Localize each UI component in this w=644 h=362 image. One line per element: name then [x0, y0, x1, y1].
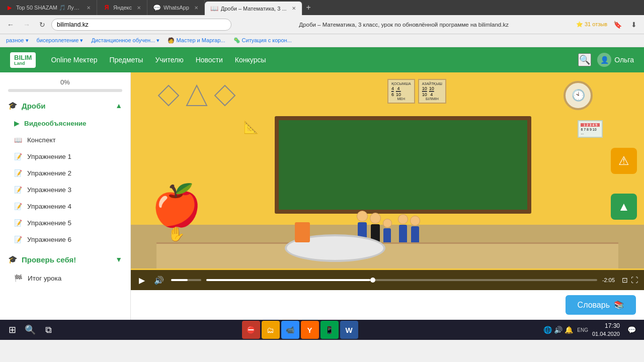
address-bar[interactable] [51, 19, 231, 31]
sidebar-item-uprazh1[interactable]: 📝 Упражнение 1 [0, 148, 130, 165]
orange-object [295, 222, 310, 242]
taskbar-word[interactable]: W [340, 321, 358, 339]
play-icon: ▶ [14, 120, 19, 127]
scroll-up-button[interactable]: ▲ [611, 194, 637, 220]
search-button[interactable]: 🔍 [578, 53, 591, 66]
bookmark-master[interactable]: 🧑 Мастер и Маргар... [166, 36, 227, 45]
sidebar-item-uprazh4[interactable]: 📝 Упражнение 4 [0, 198, 130, 215]
antivirus-icon: ⛔ [247, 326, 255, 334]
forward-button[interactable]: → [20, 19, 33, 31]
clock-time: 17:30 [592, 322, 620, 330]
svg-marker-0 [158, 85, 179, 106]
user-name: Ольга [614, 56, 634, 64]
bookmark-raznoe[interactable]: разное ▾ [4, 36, 31, 45]
tab-youtube[interactable]: ▶ Top 50 SHAZAM 🎵 Лучш... ✕ [0, 0, 97, 15]
edit-icon-5: 📝 [14, 219, 22, 227]
section-drobi-header[interactable]: 🎓 Дроби ▲ [0, 96, 130, 115]
edit-icon-3: 📝 [14, 186, 22, 194]
system-tray-extra: ENG [577, 327, 588, 333]
tab-yandex[interactable]: Я Яндекс ✕ [97, 0, 147, 15]
sidebar-item-uprazh5[interactable]: 📝 Упражнение 5 [0, 215, 130, 231]
nav-predmety[interactable]: Предметы [109, 56, 143, 64]
sidebar-item-konspekt[interactable]: 📖 Конспект [0, 132, 130, 148]
youtube-favicon: ▶ [6, 4, 13, 11]
search-taskbar-button[interactable]: 🔍 [22, 322, 38, 338]
yandex-favicon: Я [103, 4, 110, 11]
user-menu-button[interactable]: 👤 Ольга [597, 53, 634, 67]
screen-size-button[interactable]: ⊡ [622, 276, 628, 284]
video-container: ҚОСЫМША 46 410 МЕН АЗАЙТҚЫШ 1010 104 [131, 72, 644, 290]
sidebar-item-uprazh3[interactable]: 📝 Упражнение 3 [0, 182, 130, 198]
bookmark-biseropletenie[interactable]: бисероплетение ▾ [35, 36, 86, 45]
tab-whatsapp-close[interactable]: ✕ [194, 5, 198, 11]
taskbar-zoom[interactable]: 📹 [281, 321, 299, 339]
edit-icon-4: 📝 [14, 203, 22, 210]
tab-bilim-close[interactable]: ✕ [292, 6, 296, 11]
tab-whatsapp[interactable]: 💬 WhatsApp ✕ [147, 0, 205, 15]
taskbar-antivirus[interactable]: ⛔ [242, 321, 260, 339]
sidebar-item-itog[interactable]: 🏁 Итог урока [0, 269, 130, 287]
sidebar-item-uprazh5-label: Упражнение 5 [27, 219, 71, 227]
time-display[interactable]: 17:30 01.04.2020 [592, 322, 620, 337]
new-tab-button[interactable]: + [302, 0, 315, 15]
clock-date: 01.04.2020 [592, 330, 620, 337]
sidebar: 0% 🎓 Дроби ▲ ▶ Видеообъяснение 📖 Конспек… [0, 72, 131, 320]
bookmarks-bar: разное ▾ бисероплетение ▾ Дистанционное … [0, 34, 644, 47]
nav-novosti[interactable]: Новости [196, 56, 223, 64]
volume-slider[interactable] [171, 279, 201, 281]
download-button[interactable]: ⬇ [628, 19, 640, 31]
taskbar-explorer[interactable]: 🗂 [262, 321, 280, 339]
task-view-button[interactable]: ⧉ [40, 322, 56, 338]
dictionary-button[interactable]: Словарь 📚 [566, 295, 636, 315]
shapes-display [156, 83, 237, 108]
sidebar-item-uprazh6[interactable]: 📝 Упражнение 6 [0, 231, 130, 248]
tab-yandex-close[interactable]: ✕ [137, 5, 141, 11]
taskbar-meetings[interactable]: 📱 [320, 321, 339, 339]
lang-indicator: ENG [577, 327, 588, 333]
system-icons: 🌐 🔊 🔔 [543, 326, 573, 334]
sidebar-item-video[interactable]: ▶ Видеообъяснение [0, 115, 130, 132]
math-board-1: ҚОСЫМША 46 410 МЕН [387, 79, 415, 104]
video-progress-bar[interactable] [206, 279, 597, 281]
video-ctrl-right: ⊡ ⛶ [622, 276, 638, 284]
section-prover-header[interactable]: 🎓 Проверь себя! ▼ [0, 250, 130, 269]
page-title: Дроби – Математика, 3 класс, урок по обн… [234, 22, 573, 28]
bookmark-situation[interactable]: 🦠 Ситуация с корон... [231, 36, 294, 45]
windows-button[interactable]: ⊞ [4, 322, 20, 338]
nav-konkursy[interactable]: Конкурсы [235, 56, 266, 64]
sidebar-item-uprazh2[interactable]: 📝 Упражнение 2 [0, 165, 130, 182]
notification-panel-button[interactable]: 💬 [624, 322, 640, 338]
video-section: ҚОСЫМША 46 410 МЕН АЗАЙТҚЫШ 1010 104 [131, 72, 644, 320]
play-pause-button[interactable]: ▶ [137, 275, 147, 286]
taskbar-yandex[interactable]: Y [301, 321, 319, 339]
word-icon: W [346, 326, 353, 334]
edit-icon-2: 📝 [14, 169, 22, 177]
bookmark-distance[interactable]: Дистанционное обучен... ▾ [89, 36, 162, 45]
shape-triangle-outline [185, 83, 209, 108]
alert-badge[interactable]: ⚠ [611, 148, 637, 174]
video-progress-fill [206, 279, 370, 281]
nav-uchitelyu[interactable]: Учителю [155, 56, 183, 64]
chevron-down-icon: ▼ [115, 255, 122, 263]
fullscreen-button[interactable]: ⛶ [631, 276, 638, 284]
video-controls: ▶ 🔊 -2:05 ⊡ ⛶ [131, 270, 644, 290]
tab-youtube-close[interactable]: ✕ [87, 5, 91, 11]
tab-bilim[interactable]: 📖 Дроби – Математика, 3 ... ✕ [205, 2, 302, 15]
volume-button[interactable]: 🔊 [152, 275, 166, 286]
back-button[interactable]: ← [4, 19, 17, 31]
edit-icon-1: 📝 [14, 153, 22, 160]
nav-online-mekter[interactable]: Online Мектер [51, 56, 97, 64]
content-area: 0% 🎓 Дроби ▲ ▶ Видеообъяснение 📖 Конспек… [0, 72, 644, 320]
sidebar-item-uprazh2-label: Упражнение 2 [27, 169, 71, 177]
tab-youtube-label: Top 50 SHAZAM 🎵 Лучш... [16, 5, 82, 11]
network-icon: 🌐 [543, 326, 552, 334]
arrow-up-icon: ▲ [618, 200, 630, 214]
tab-yandex-label: Яндекс [113, 5, 132, 11]
site-logo[interactable]: BILIM Land [10, 52, 36, 68]
bilim-favicon: 📖 [211, 5, 218, 12]
sidebar-item-uprazh3-label: Упражнение 3 [27, 186, 71, 194]
reload-button[interactable]: ↻ [36, 19, 48, 31]
sidebar-item-uprazh4-label: Упражнение 4 [27, 203, 71, 210]
bookmark-button[interactable]: 🔖 [610, 19, 625, 31]
nav-bar: ← → ↻ Дроби – Математика, 3 класс, урок … [0, 15, 644, 34]
